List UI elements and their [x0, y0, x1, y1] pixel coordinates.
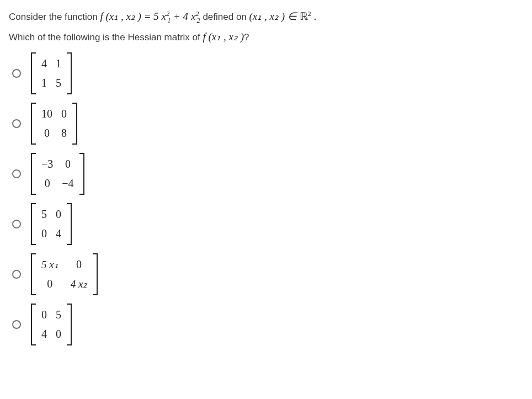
- matrix-cell: 0: [41, 307, 47, 323]
- left-bracket-icon: [31, 52, 36, 94]
- matrix-cell: 0: [41, 226, 47, 242]
- question-line1-text: Consider the function: [9, 12, 100, 22]
- options-group: 4 1 1 5 10 0 0 8 −3 0: [9, 52, 523, 345]
- left-bracket-icon: [31, 153, 36, 195]
- matrix-cell: −4: [62, 175, 73, 191]
- option-4[interactable]: 5 0 0 4: [12, 203, 523, 245]
- question-period: .: [311, 10, 317, 22]
- matrix-cell: 0: [45, 175, 50, 191]
- matrix-cell: 0: [56, 206, 61, 222]
- right-bracket-icon: [67, 52, 72, 94]
- matrix-cell: −3: [41, 156, 53, 172]
- option-2[interactable]: 10 0 0 8: [12, 103, 523, 145]
- matrix-cell: 0: [47, 276, 52, 292]
- radio-icon[interactable]: [12, 270, 21, 279]
- radio-icon[interactable]: [12, 220, 21, 228]
- radio-icon[interactable]: [12, 119, 21, 128]
- option-5-matrix: 5 x₁ 0 0 4 x₂: [31, 253, 98, 295]
- matrix-cell: 4: [41, 326, 47, 342]
- radio-icon[interactable]: [12, 320, 21, 329]
- question-fn-expr-left: f (x₁ , x₂ ) = 5: [100, 10, 161, 22]
- matrix-cell: 1: [41, 75, 47, 91]
- matrix-cell: 0: [76, 257, 82, 273]
- matrix-cell: 0: [56, 326, 61, 342]
- matrix-cell: 0: [61, 106, 67, 122]
- matrix-cell: 0: [65, 156, 71, 172]
- option-5[interactable]: 5 x₁ 0 0 4 x₂: [12, 253, 523, 295]
- option-3[interactable]: −3 0 0 −4: [12, 153, 523, 195]
- right-bracket-icon: [67, 203, 72, 245]
- right-bracket-icon: [72, 103, 77, 145]
- matrix-cell: 4: [56, 226, 61, 242]
- question-x1sq: x21: [162, 10, 171, 22]
- matrix-cell: 5: [56, 307, 61, 323]
- question-x2sq: x22: [191, 10, 200, 22]
- question-defined-on: defined on: [203, 12, 249, 22]
- right-bracket-icon: [67, 304, 72, 345]
- matrix-cell: 10: [41, 106, 52, 122]
- option-6-matrix: 0 5 4 0: [31, 304, 72, 345]
- option-4-matrix: 5 0 0 4: [31, 203, 72, 245]
- matrix-cell: 4 x₂: [71, 276, 88, 292]
- option-2-matrix: 10 0 0 8: [31, 103, 77, 145]
- matrix-cell: 5: [56, 75, 61, 91]
- radio-icon[interactable]: [12, 169, 21, 178]
- matrix-cell: 4: [41, 56, 47, 72]
- matrix-cell: 5 x₁: [41, 257, 58, 273]
- right-bracket-icon: [79, 153, 84, 195]
- left-bracket-icon: [31, 203, 36, 245]
- question-line2-pre: Which of the following is the Hessian ma…: [9, 32, 203, 42]
- option-1[interactable]: 4 1 1 5: [12, 52, 523, 94]
- left-bracket-icon: [31, 304, 36, 345]
- option-1-matrix: 4 1 1 5: [31, 52, 72, 94]
- question-fn-call: f (x₁ , x₂ ): [203, 31, 244, 42]
- question-line2-post: ?: [244, 32, 249, 42]
- question-fn-expr-mid: + 4: [171, 10, 191, 22]
- matrix-cell: 8: [61, 125, 67, 141]
- left-bracket-icon: [31, 253, 36, 295]
- right-bracket-icon: [93, 253, 98, 295]
- matrix-cell: 0: [44, 125, 50, 141]
- option-3-matrix: −3 0 0 −4: [31, 153, 84, 195]
- question-real2: ℝ2: [300, 10, 311, 22]
- matrix-cell: 1: [56, 56, 61, 72]
- radio-icon[interactable]: [12, 69, 21, 78]
- option-6[interactable]: 0 5 4 0: [12, 304, 523, 345]
- matrix-cell: 5: [41, 206, 47, 222]
- question-domain-pair: (x₁ , x₂ ) ∈: [249, 10, 300, 22]
- left-bracket-icon: [31, 103, 36, 145]
